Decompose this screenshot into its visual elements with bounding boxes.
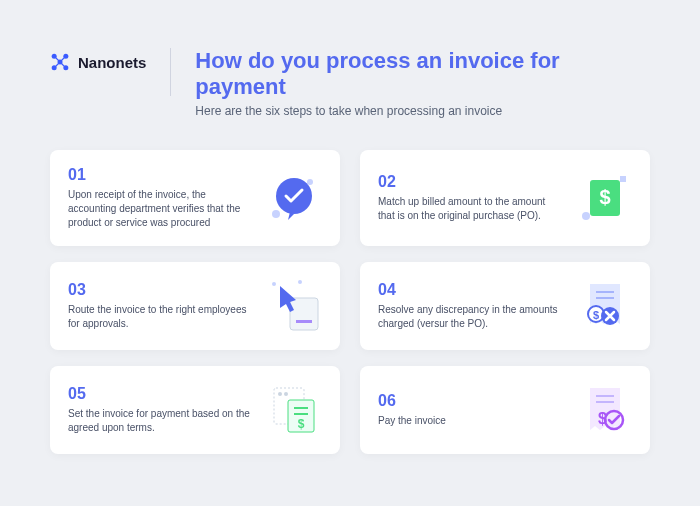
step-number: 02 bbox=[378, 173, 564, 191]
page-title: How do you process an invoice for paymen… bbox=[195, 48, 650, 100]
title-section: How do you process an invoice for paymen… bbox=[195, 48, 650, 118]
svg-line-8 bbox=[60, 62, 66, 68]
step-text: Set the invoice for payment based on the… bbox=[68, 407, 254, 435]
step-card-02: 02 Match up billed amount to the amount … bbox=[360, 150, 650, 246]
svg-line-7 bbox=[54, 62, 60, 68]
step-number: 01 bbox=[68, 166, 254, 184]
receipt-error-icon: $ bbox=[576, 278, 632, 334]
svg-point-14 bbox=[582, 212, 590, 220]
svg-point-26 bbox=[278, 392, 282, 396]
dollar-tag-icon: $ bbox=[576, 170, 632, 226]
svg-rect-17 bbox=[296, 320, 312, 323]
step-text: Match up billed amount to the amount tha… bbox=[378, 195, 564, 223]
step-text: Upon receipt of the invoice, the account… bbox=[68, 188, 254, 230]
svg-text:$: $ bbox=[593, 309, 599, 321]
header-row: Nanonets How do you process an invoice f… bbox=[50, 48, 650, 118]
step-card-05: 05 Set the invoice for payment based on … bbox=[50, 366, 340, 454]
svg-point-27 bbox=[284, 392, 288, 396]
step-number: 06 bbox=[378, 392, 564, 410]
step-card-06: 06 Pay the invoice $ bbox=[360, 366, 650, 454]
svg-point-10 bbox=[272, 210, 280, 218]
svg-point-18 bbox=[272, 282, 276, 286]
infographic-container: Nanonets How do you process an invoice f… bbox=[0, 0, 700, 506]
step-card-03: 03 Route the invoice to the right employ… bbox=[50, 262, 340, 350]
page-subtitle: Here are the six steps to take when proc… bbox=[195, 104, 650, 118]
steps-grid: 01 Upon receipt of the invoice, the acco… bbox=[50, 150, 650, 454]
header-divider bbox=[170, 48, 171, 96]
checkmark-bubble-icon bbox=[266, 170, 322, 226]
cursor-click-icon bbox=[266, 278, 322, 334]
svg-point-9 bbox=[307, 179, 313, 185]
step-number: 03 bbox=[68, 281, 254, 299]
svg-point-19 bbox=[298, 280, 302, 284]
step-text: Route the invoice to the right employees… bbox=[68, 303, 254, 331]
svg-text:$: $ bbox=[599, 186, 610, 208]
brand-name: Nanonets bbox=[78, 54, 146, 71]
invoice-document-icon: $ bbox=[266, 382, 322, 438]
step-card-01: 01 Upon receipt of the invoice, the acco… bbox=[50, 150, 340, 246]
step-number: 04 bbox=[378, 281, 564, 299]
nanonets-logo-icon bbox=[50, 52, 70, 72]
svg-line-6 bbox=[60, 56, 66, 62]
brand-logo: Nanonets bbox=[50, 48, 146, 72]
svg-rect-16 bbox=[290, 298, 318, 330]
step-card-04: 04 Resolve any discrepancy in the amount… bbox=[360, 262, 650, 350]
step-number: 05 bbox=[68, 385, 254, 403]
svg-line-5 bbox=[54, 56, 60, 62]
svg-text:$: $ bbox=[298, 417, 305, 431]
step-text: Resolve any discrepancy in the amounts c… bbox=[378, 303, 564, 331]
step-text: Pay the invoice bbox=[378, 414, 564, 428]
svg-rect-15 bbox=[620, 176, 626, 182]
receipt-paid-icon: $ bbox=[576, 382, 632, 438]
